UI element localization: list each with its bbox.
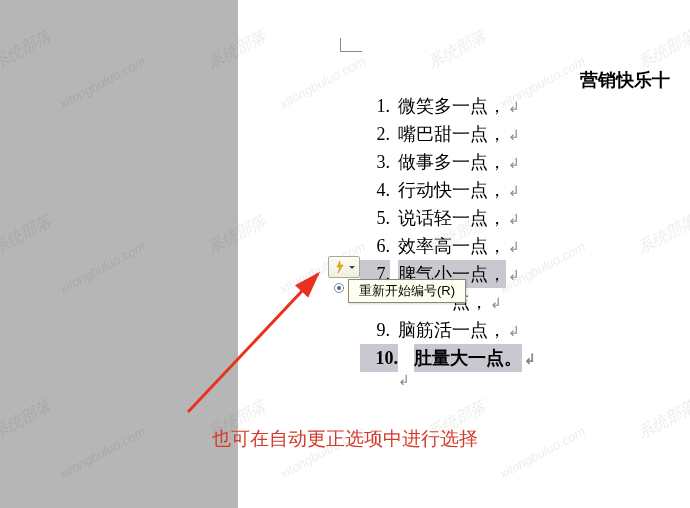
paragraph-mark-icon: ↲ bbox=[508, 121, 520, 149]
list-text: 行动快一点， bbox=[398, 176, 506, 204]
numbered-list: 1. 微笑多一点， ↲ 2. 嘴巴甜一点， ↲ 3. 做事多一点， ↲ 4. 行… bbox=[360, 92, 536, 372]
list-text: 脑筋活一点， bbox=[398, 316, 506, 344]
paragraph-mark-icon: ↲ bbox=[508, 233, 520, 261]
list-item[interactable]: 9. 脑筋活一点， ↲ bbox=[360, 316, 536, 344]
paragraph-mark-icon: ↲ bbox=[524, 345, 536, 373]
dropdown-arrow-icon bbox=[349, 266, 355, 269]
list-number: 9. bbox=[360, 316, 390, 344]
list-item-selected[interactable]: 10. 肚量大一点。 ↲ bbox=[360, 344, 536, 372]
list-text: 说话轻一点， bbox=[398, 204, 506, 232]
list-number: 2. bbox=[360, 120, 390, 148]
list-item[interactable]: 2. 嘴巴甜一点， ↲ bbox=[360, 120, 536, 148]
paragraph-mark-icon: ↲ bbox=[508, 261, 520, 289]
list-number: 1. bbox=[360, 92, 390, 120]
list-text: 肚量大一点。 bbox=[414, 344, 522, 372]
paragraph-mark-icon: ↲ bbox=[490, 289, 502, 317]
list-text: 嘴巴甜一点， bbox=[398, 120, 506, 148]
lightning-icon bbox=[333, 260, 347, 274]
paragraph-mark-icon: ↲ bbox=[398, 372, 410, 389]
list-text: 做事多一点， bbox=[398, 148, 506, 176]
list-text: 效率高一点， bbox=[398, 232, 506, 260]
list-item[interactable]: 4. 行动快一点， ↲ bbox=[360, 176, 536, 204]
radio-indicator-icon bbox=[334, 283, 344, 293]
list-number: 3. bbox=[360, 148, 390, 176]
paragraph-mark-icon: ↲ bbox=[508, 317, 520, 345]
list-number: 4. bbox=[360, 176, 390, 204]
list-item[interactable]: 5. 说话轻一点， ↲ bbox=[360, 204, 536, 232]
list-number: 5. bbox=[360, 204, 390, 232]
paragraph-mark-icon: ↲ bbox=[508, 93, 520, 121]
list-item[interactable]: 3. 做事多一点， ↲ bbox=[360, 148, 536, 176]
list-number: 6. bbox=[360, 232, 390, 260]
paragraph-mark-icon: ↲ bbox=[508, 149, 520, 177]
tooltip-text: 重新开始编号(R) bbox=[359, 283, 455, 298]
list-text: 微笑多一点， bbox=[398, 92, 506, 120]
annotation-caption: 也可在自动更正选项中进行选择 bbox=[212, 426, 478, 452]
document-title: 营销快乐十 bbox=[580, 68, 670, 92]
paragraph-mark-icon: ↲ bbox=[508, 205, 520, 233]
paragraph-mark-icon: ↲ bbox=[508, 177, 520, 205]
list-item[interactable]: 1. 微笑多一点， ↲ bbox=[360, 92, 536, 120]
page-margin-mark bbox=[340, 38, 362, 52]
list-item[interactable]: 6. 效率高一点， ↲ bbox=[360, 232, 536, 260]
list-number: 10. bbox=[360, 344, 398, 372]
left-margin-area bbox=[0, 0, 238, 508]
autocorrect-smart-tag[interactable] bbox=[328, 256, 360, 278]
restart-numbering-tooltip[interactable]: 重新开始编号(R) bbox=[348, 279, 466, 303]
